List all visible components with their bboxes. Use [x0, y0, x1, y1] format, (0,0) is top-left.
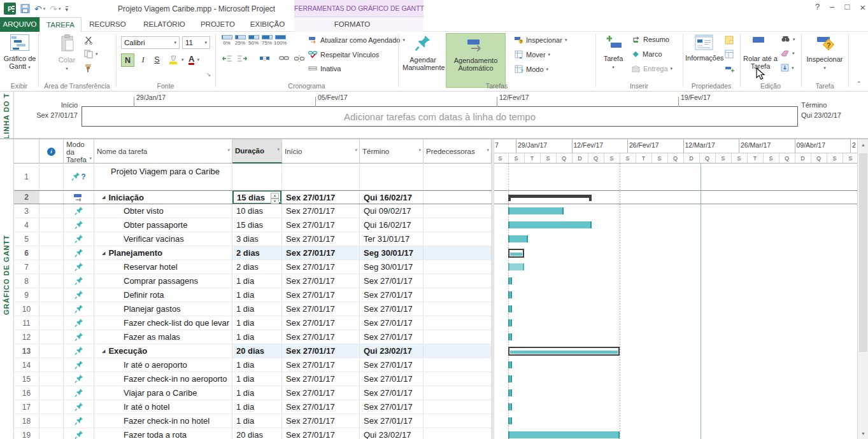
task-bar[interactable] — [508, 235, 528, 242]
duration-cell[interactable]: 10 dias — [232, 204, 282, 218]
finish-date-cell[interactable]: Sex 27/01/17 — [360, 288, 423, 302]
row-number-cell[interactable]: 12 — [14, 330, 39, 344]
predecessors-cell[interactable] — [423, 191, 492, 204]
duration-cell[interactable]: 1 dia — [232, 316, 282, 330]
duration-cell[interactable]: 1 dia — [232, 372, 282, 386]
start-date-cell[interactable]: Sex 27/01/17 — [282, 191, 360, 204]
info-cell[interactable] — [39, 288, 64, 302]
row-number-cell[interactable]: 11 — [14, 316, 39, 330]
duration-cell[interactable]: 1 dia — [232, 274, 282, 288]
finish-date-cell[interactable]: Ter 31/01/17 — [360, 232, 423, 246]
task-name-cell[interactable]: Viajar para o Caribe — [94, 386, 232, 400]
info-cell[interactable] — [39, 164, 64, 190]
duration-cell[interactable]: 1 dia — [232, 358, 282, 372]
task-name-cell[interactable]: Obter passaporte — [94, 218, 232, 232]
start-date-cell[interactable]: Sex 27/01/17 — [282, 428, 360, 439]
duration-column-header[interactable]: Duração▾ — [232, 139, 282, 164]
finish-column-header[interactable]: Término▾ — [360, 139, 423, 164]
task-name-cell[interactable]: ◢Iniciação — [94, 191, 232, 204]
tab-arquivo[interactable]: ARQUIVO — [0, 17, 39, 32]
collapse-ribbon-button[interactable]: ⌃ — [857, 80, 862, 87]
manually-schedule-button[interactable]: Agendar Manualmente — [402, 33, 443, 72]
predecessors-cell[interactable] — [423, 386, 492, 400]
task-mode-cell[interactable] — [64, 316, 94, 330]
task-bar[interactable] — [508, 431, 620, 438]
predecessors-cell[interactable] — [423, 260, 492, 274]
task-name-cell[interactable]: Projeto Viagem para o Caribe — [94, 164, 232, 190]
close-button[interactable]: × — [860, 2, 865, 13]
duration-cell[interactable]: 1 dia — [232, 330, 282, 344]
info-cell[interactable] — [39, 414, 64, 428]
predecessors-cell[interactable] — [423, 204, 492, 218]
info-cell[interactable] — [39, 344, 64, 358]
duration-cell[interactable]: 2 dias — [232, 260, 282, 274]
row-number-cell[interactable]: 19 — [14, 428, 39, 439]
name-column-header[interactable]: Nome da tarefa▾ — [94, 139, 232, 164]
task-information-button[interactable]: Informações — [685, 33, 722, 62]
start-date-cell[interactable]: Sex 27/01/17 — [282, 372, 360, 386]
duration-cell[interactable]: 15 dias▲▼ — [232, 191, 282, 204]
scroll-up-arrow[interactable]: ▲ — [858, 139, 868, 150]
gantt-chart-view-button[interactable]: Gráfico de Gantt ▾ — [1, 33, 38, 71]
task-mode-cell[interactable] — [64, 288, 94, 302]
start-date-cell[interactable]: Sex 27/01/17 — [282, 358, 360, 372]
clear-button[interactable]: ▾ — [781, 50, 795, 57]
predecessors-cell[interactable] — [423, 428, 492, 439]
task-name-cell[interactable]: ◢Planejamento — [94, 246, 232, 260]
predecessors-cell[interactable] — [423, 316, 492, 330]
info-cell[interactable] — [39, 428, 64, 439]
task-name-cell[interactable]: Fazer check-in no aeroporto — [94, 372, 232, 386]
task-bar[interactable] — [508, 207, 564, 214]
task-mode-cell[interactable] — [64, 232, 94, 246]
tab-projeto[interactable]: PROJETO — [195, 17, 241, 32]
duration-cell[interactable]: 2 dias — [232, 246, 282, 260]
start-date-cell[interactable]: Sex 27/01/17 — [282, 316, 360, 330]
finish-date-cell[interactable]: Qui 23/02/17 — [360, 428, 423, 439]
format-painter-button[interactable] — [84, 64, 92, 73]
task-name-cell[interactable]: Fazer as malas — [94, 330, 232, 344]
task-name-cell[interactable]: Reservar hotel — [94, 260, 232, 274]
finish-date-cell[interactable]: Sex 27/01/17 — [360, 316, 423, 330]
info-cell[interactable] — [39, 400, 64, 414]
percent-complete-100%[interactable]: 100% — [274, 35, 287, 46]
row-number-cell[interactable]: 16 — [14, 386, 39, 400]
copy-button[interactable]: ▾ — [84, 50, 98, 59]
mode-column-header[interactable]: Modo da Tarefa▾ — [64, 139, 94, 164]
row-number-cell[interactable]: 6 — [14, 246, 39, 260]
info-cell[interactable] — [39, 218, 64, 232]
tarefas-mover-button[interactable]: Mover▾ — [515, 50, 550, 59]
paste-button[interactable]: Colar▾ — [53, 33, 80, 72]
duration-cell[interactable] — [232, 164, 282, 190]
italic-button[interactable]: I — [136, 53, 150, 67]
summary-bar[interactable] — [508, 195, 592, 201]
info-cell[interactable] — [39, 386, 64, 400]
row-number-cell[interactable]: 8 — [14, 274, 39, 288]
tarefas-inspecionar-button[interactable]: ?Inspecionar▾ — [515, 36, 567, 44]
row-number-cell[interactable]: 14 — [14, 358, 39, 372]
task-mode-cell[interactable] — [64, 204, 94, 218]
finish-date-cell[interactable]: Sex 27/01/17 — [360, 414, 423, 428]
insert-resumo-button[interactable]: Resumo — [632, 36, 669, 43]
start-date-cell[interactable]: Sex 27/01/17 — [282, 400, 360, 414]
help-button[interactable]: ? — [815, 2, 820, 13]
row-number-cell[interactable]: 4 — [14, 218, 39, 232]
fill-button[interactable]: ▾ — [781, 64, 794, 72]
predecessors-cell[interactable] — [423, 372, 492, 386]
finish-date-cell[interactable] — [360, 164, 423, 190]
start-date-cell[interactable]: Sex 27/01/17 — [282, 246, 360, 260]
finish-date-cell[interactable]: Sex 27/01/17 — [360, 358, 423, 372]
insert-task-button[interactable]: Tarefa▾ — [599, 33, 628, 71]
task-name-cell[interactable]: ◢Execução — [94, 344, 232, 358]
percent-complete-0%[interactable]: 0% — [220, 35, 233, 46]
outdent-task-button[interactable] — [222, 55, 232, 62]
task-mode-cell[interactable] — [64, 400, 94, 414]
row-number-header[interactable] — [14, 139, 39, 164]
redo-button[interactable]: ↷▾ — [50, 4, 60, 13]
info-cell[interactable] — [39, 274, 64, 288]
info-cell[interactable] — [39, 191, 64, 204]
task-name-cell[interactable]: Ir até o hotel — [94, 400, 232, 414]
info-cell[interactable] — [39, 302, 64, 316]
predecessors-cell[interactable] — [423, 344, 492, 358]
start-column-header[interactable]: Início▾ — [282, 139, 360, 164]
task-name-cell[interactable]: Obter visto — [94, 204, 232, 218]
